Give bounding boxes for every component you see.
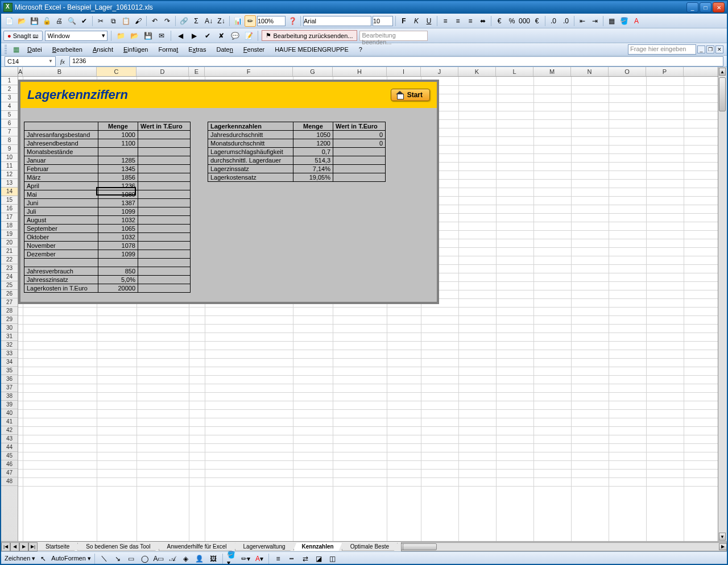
wordart-icon[interactable]: 𝒜: [167, 553, 178, 564]
row-header-21[interactable]: 21: [1, 247, 18, 256]
table-row[interactable]: März1856: [24, 173, 191, 182]
row-header-25[interactable]: 25: [1, 281, 18, 290]
row-header-41[interactable]: 41: [1, 418, 18, 426]
row-header-6[interactable]: 6: [1, 119, 18, 128]
row-header-8[interactable]: 8: [1, 136, 18, 145]
review-comment-icon[interactable]: 💬: [229, 30, 241, 41]
print-icon[interactable]: 🖨: [53, 15, 65, 27]
table-row[interactable]: April1236: [24, 182, 191, 190]
row-header-16[interactable]: 16: [1, 205, 18, 213]
row-header-26[interactable]: 26: [1, 290, 18, 298]
three-d-icon[interactable]: ◫: [327, 553, 338, 564]
table-row[interactable]: Jahresszinsatz5,0%: [24, 276, 191, 284]
align-left-icon[interactable]: ≡: [440, 15, 451, 27]
zeichnen-menu[interactable]: Zeichnen ▾: [5, 555, 35, 562]
table-row[interactable]: September1065: [24, 225, 191, 233]
align-right-icon[interactable]: ≡: [465, 15, 476, 27]
drawing-icon[interactable]: ✏: [245, 15, 256, 27]
tab-nav-last-icon[interactable]: ▶|: [28, 542, 38, 551]
align-center-icon[interactable]: ≡: [452, 15, 464, 27]
sort-asc-icon[interactable]: A↓: [203, 15, 214, 27]
left-data-table[interactable]: Menge Wert in T.Euro Jahresanfangsbestan…: [24, 122, 191, 293]
row-header-1[interactable]: 1: [1, 77, 18, 85]
rectangle-icon[interactable]: ▭: [126, 553, 137, 564]
decrease-decimal-icon[interactable]: .0: [560, 15, 572, 27]
row-header-39[interactable]: 39: [1, 401, 18, 409]
open-icon[interactable]: 📂: [16, 15, 27, 27]
cut-icon[interactable]: ✂: [95, 15, 106, 27]
row-header-27[interactable]: 27: [1, 298, 18, 307]
sheet-tab-3[interactable]: Lagerverwaltung: [235, 543, 294, 551]
column-header-F[interactable]: F: [205, 67, 293, 76]
row-header-12[interactable]: 12: [1, 171, 18, 179]
picture-icon[interactable]: 🖼: [208, 553, 219, 564]
row-header-46[interactable]: 46: [1, 460, 18, 469]
column-header-K[interactable]: K: [458, 67, 496, 76]
row-header-20[interactable]: 20: [1, 239, 18, 247]
textbox-icon[interactable]: A▭: [153, 553, 164, 564]
row-header-42[interactable]: 42: [1, 426, 18, 435]
table-row[interactable]: Monatsdurchschnitt12000: [208, 139, 386, 148]
end-review-field[interactable]: Bearbeitung beenden...: [359, 31, 428, 41]
review-prev-icon[interactable]: ◀: [175, 30, 186, 41]
row-header-14[interactable]: 14: [1, 188, 18, 196]
column-header-J[interactable]: J: [421, 67, 458, 76]
bold-icon[interactable]: F: [398, 15, 410, 27]
row-header-34[interactable]: 34: [1, 358, 18, 367]
autosum-icon[interactable]: Σ: [191, 15, 202, 27]
menu-daten[interactable]: Daten: [212, 45, 237, 54]
review-next-icon[interactable]: ▶: [188, 30, 200, 41]
ask-question-box[interactable]: Frage hier eingeben: [628, 44, 696, 55]
row-header-38[interactable]: 38: [1, 392, 18, 401]
column-header-O[interactable]: O: [609, 67, 646, 76]
menu-haufe[interactable]: HAUFE MEDIENGRUPPE: [270, 45, 353, 54]
italic-icon[interactable]: K: [411, 15, 422, 27]
tab-nav-next-icon[interactable]: ▶: [19, 542, 28, 551]
font-color-draw-icon[interactable]: A▾: [254, 553, 265, 564]
zoom-combo[interactable]: [257, 16, 286, 26]
fill-color-icon[interactable]: 🪣: [618, 15, 630, 27]
row-header-23[interactable]: 23: [1, 264, 18, 273]
help-icon[interactable]: ❓: [287, 15, 298, 27]
snagit-button[interactable]: ●SnagIt 🖭: [3, 31, 43, 41]
row-header-29[interactable]: 29: [1, 315, 18, 324]
row-header-2[interactable]: 2: [1, 85, 18, 94]
row-header-13[interactable]: 13: [1, 179, 18, 188]
font-color-icon[interactable]: A: [631, 15, 642, 27]
menu-bearbeiten[interactable]: Bearbeiten: [48, 45, 87, 54]
row-header-48[interactable]: 48: [1, 477, 18, 486]
font-size-combo[interactable]: [373, 16, 393, 26]
table-row[interactable]: Oktober1032: [24, 233, 191, 242]
scroll-right-icon[interactable]: ▶: [719, 543, 727, 550]
column-header-H[interactable]: H: [333, 67, 387, 76]
mdi-close-button[interactable]: ✕: [715, 45, 723, 53]
arrow-icon[interactable]: ↘: [112, 553, 123, 564]
review-accept-icon[interactable]: ✔: [202, 30, 213, 41]
sheet-tab-2[interactable]: Anwenderhilfe für Excel: [159, 543, 235, 551]
review-reject-icon[interactable]: ✘: [216, 30, 227, 41]
mail-icon[interactable]: ✉: [156, 30, 167, 41]
formula-input[interactable]: 1236: [69, 56, 723, 67]
menu-datei[interactable]: DDateiatei: [23, 45, 47, 54]
right-data-table[interactable]: Lagerkennzahlen Menge Wert in T.Euro Jah…: [208, 122, 386, 182]
sheet-tab-0[interactable]: Startseite: [37, 543, 78, 551]
toolbar-grip-icon[interactable]: [5, 45, 7, 54]
table-row[interactable]: Lagerumschlagshäufigkeit0,7: [208, 148, 386, 156]
row-header-33[interactable]: 33: [1, 350, 18, 358]
table-row[interactable]: November1078: [24, 242, 191, 250]
row-header-17[interactable]: 17: [1, 213, 18, 222]
new-folder-icon[interactable]: 📁: [115, 30, 126, 41]
table-row[interactable]: [24, 259, 191, 267]
paste-icon[interactable]: 📋: [120, 15, 131, 27]
row-header-7[interactable]: 7: [1, 128, 18, 136]
horizontal-scrollbar[interactable]: ◀ ▶: [401, 542, 727, 551]
select-all-corner[interactable]: [1, 67, 18, 76]
new-icon[interactable]: 📄: [3, 15, 15, 27]
table-row[interactable]: Juni1387: [24, 199, 191, 207]
table-row[interactable]: Lagerkostensatz19,05%: [208, 173, 386, 182]
menu-format[interactable]: Format: [154, 45, 183, 54]
font-name-combo[interactable]: [303, 16, 371, 26]
row-header-22[interactable]: 22: [1, 256, 18, 264]
autoformen-menu[interactable]: AutoFormen ▾: [51, 555, 91, 562]
column-header-A[interactable]: A: [18, 67, 23, 76]
